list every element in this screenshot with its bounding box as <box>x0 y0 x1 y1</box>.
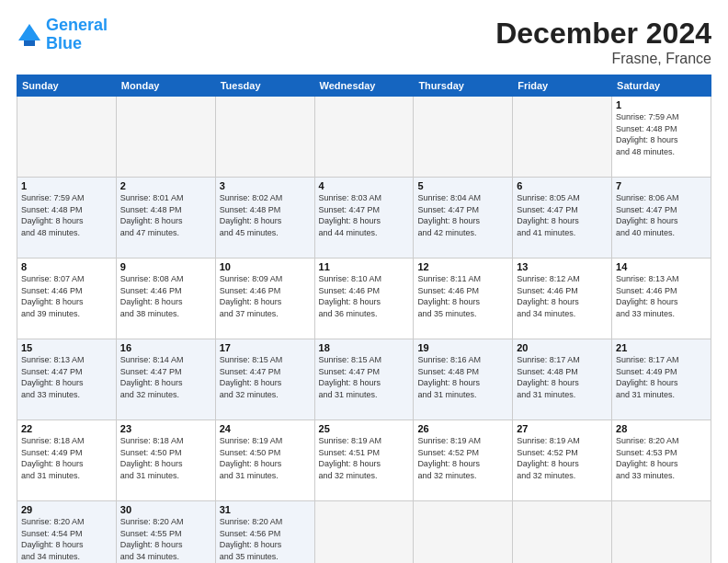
logo-icon <box>17 22 42 48</box>
day-number: 17 <box>220 342 311 353</box>
day-number: 3 <box>220 180 311 191</box>
svg-rect-1 <box>24 40 35 46</box>
logo-blue: Blue <box>46 34 82 52</box>
col-sunday: Sunday <box>17 75 117 97</box>
table-row: 14Sunrise: 8:13 AMSunset: 4:46 PMDayligh… <box>612 259 711 339</box>
table-row: 29Sunrise: 8:20 AMSunset: 4:54 PMDayligh… <box>17 501 117 564</box>
table-row: 11Sunrise: 8:10 AMSunset: 4:46 PMDayligh… <box>314 259 414 339</box>
day-info: Sunrise: 8:12 AMSunset: 4:46 PMDaylight:… <box>517 273 608 319</box>
day-info: Sunrise: 8:17 AMSunset: 4:49 PMDaylight:… <box>616 354 707 400</box>
day-number: 12 <box>417 261 508 272</box>
day-info: Sunrise: 8:19 AMSunset: 4:52 PMDaylight:… <box>517 435 608 481</box>
col-wednesday: Wednesday <box>314 75 414 97</box>
day-info: Sunrise: 8:03 AMSunset: 4:47 PMDaylight:… <box>319 192 410 238</box>
calendar-week-row: 1Sunrise: 7:59 AMSunset: 4:48 PMDaylight… <box>17 97 711 178</box>
table-row: 20Sunrise: 8:17 AMSunset: 4:48 PMDayligh… <box>513 339 612 420</box>
table-row <box>314 501 414 564</box>
day-number: 26 <box>417 423 508 434</box>
day-info: Sunrise: 8:05 AMSunset: 4:47 PMDaylight:… <box>517 192 608 238</box>
calendar-week-row: 15Sunrise: 8:13 AMSunset: 4:47 PMDayligh… <box>17 339 711 420</box>
col-monday: Monday <box>116 75 215 97</box>
day-info: Sunrise: 8:13 AMSunset: 4:47 PMDaylight:… <box>21 354 112 400</box>
page-title: December 2024 <box>495 17 711 51</box>
day-number: 18 <box>319 342 410 353</box>
day-number: 9 <box>120 261 211 272</box>
table-row: 28Sunrise: 8:20 AMSunset: 4:53 PMDayligh… <box>612 420 711 501</box>
day-info: Sunrise: 8:18 AMSunset: 4:50 PMDaylight:… <box>120 435 211 481</box>
day-number: 7 <box>616 180 707 191</box>
day-info: Sunrise: 8:06 AMSunset: 4:47 PMDaylight:… <box>616 192 707 238</box>
table-row: 26Sunrise: 8:19 AMSunset: 4:52 PMDayligh… <box>414 420 513 501</box>
page: General Blue December 2024 Frasne, Franc… <box>0 0 728 563</box>
day-info: Sunrise: 8:11 AMSunset: 4:46 PMDaylight:… <box>417 273 508 319</box>
logo: General Blue <box>17 17 108 53</box>
table-row <box>612 501 711 564</box>
calendar-table: Sunday Monday Tuesday Wednesday Thursday… <box>17 75 711 563</box>
day-number: 24 <box>220 423 311 434</box>
table-row: 2Sunrise: 8:01 AMSunset: 4:48 PMDaylight… <box>116 178 215 259</box>
day-info: Sunrise: 8:02 AMSunset: 4:48 PMDaylight:… <box>220 192 311 238</box>
day-number: 21 <box>616 342 707 353</box>
day-info: Sunrise: 8:15 AMSunset: 4:47 PMDaylight:… <box>319 354 410 400</box>
table-row: 6Sunrise: 8:05 AMSunset: 4:47 PMDaylight… <box>513 178 612 259</box>
day-info: Sunrise: 8:16 AMSunset: 4:48 PMDaylight:… <box>417 354 508 400</box>
col-saturday: Saturday <box>612 75 711 97</box>
table-row <box>17 97 117 178</box>
table-row: 30Sunrise: 8:20 AMSunset: 4:55 PMDayligh… <box>116 501 215 564</box>
table-row: 1Sunrise: 7:59 AMSunset: 4:48 PMDaylight… <box>612 97 711 178</box>
table-row: 17Sunrise: 8:15 AMSunset: 4:47 PMDayligh… <box>215 339 314 420</box>
table-row: 9Sunrise: 8:08 AMSunset: 4:46 PMDaylight… <box>116 259 215 339</box>
day-number: 1 <box>21 180 112 191</box>
svg-marker-0 <box>18 24 40 40</box>
day-number: 25 <box>319 423 410 434</box>
day-number: 13 <box>517 261 608 272</box>
day-info: Sunrise: 8:09 AMSunset: 4:46 PMDaylight:… <box>220 273 311 319</box>
table-row: 21Sunrise: 8:17 AMSunset: 4:49 PMDayligh… <box>612 339 711 420</box>
day-number: 30 <box>120 504 211 515</box>
table-row <box>215 97 314 178</box>
day-info: Sunrise: 8:17 AMSunset: 4:48 PMDaylight:… <box>517 354 608 400</box>
day-info: Sunrise: 8:19 AMSunset: 4:52 PMDaylight:… <box>417 435 508 481</box>
day-info: Sunrise: 8:20 AMSunset: 4:53 PMDaylight:… <box>616 435 707 481</box>
day-info: Sunrise: 8:20 AMSunset: 4:54 PMDaylight:… <box>21 516 112 562</box>
day-number: 27 <box>517 423 608 434</box>
table-row: 16Sunrise: 8:14 AMSunset: 4:47 PMDayligh… <box>116 339 215 420</box>
day-number: 14 <box>616 261 707 272</box>
day-number: 15 <box>21 342 112 353</box>
day-info: Sunrise: 8:08 AMSunset: 4:46 PMDaylight:… <box>120 273 211 319</box>
table-row: 3Sunrise: 8:02 AMSunset: 4:48 PMDaylight… <box>215 178 314 259</box>
page-subtitle: Frasne, France <box>495 51 711 67</box>
col-friday: Friday <box>513 75 612 97</box>
day-info: Sunrise: 8:14 AMSunset: 4:47 PMDaylight:… <box>120 354 211 400</box>
day-info: Sunrise: 8:07 AMSunset: 4:46 PMDaylight:… <box>21 273 112 319</box>
table-row: 22Sunrise: 8:18 AMSunset: 4:49 PMDayligh… <box>17 420 117 501</box>
table-row <box>513 97 612 178</box>
title-block: December 2024 Frasne, France <box>495 17 711 67</box>
day-number: 2 <box>120 180 211 191</box>
table-row: 13Sunrise: 8:12 AMSunset: 4:46 PMDayligh… <box>513 259 612 339</box>
day-number: 10 <box>220 261 311 272</box>
day-number: 16 <box>120 342 211 353</box>
day-number: 20 <box>517 342 608 353</box>
calendar-week-row: 29Sunrise: 8:20 AMSunset: 4:54 PMDayligh… <box>17 501 711 564</box>
day-number: 19 <box>417 342 508 353</box>
day-info: Sunrise: 8:04 AMSunset: 4:47 PMDaylight:… <box>417 192 508 238</box>
day-info: Sunrise: 8:01 AMSunset: 4:48 PMDaylight:… <box>120 192 211 238</box>
day-info: Sunrise: 8:15 AMSunset: 4:47 PMDaylight:… <box>220 354 311 400</box>
calendar-week-row: 8Sunrise: 8:07 AMSunset: 4:46 PMDaylight… <box>17 259 711 339</box>
table-row: 5Sunrise: 8:04 AMSunset: 4:47 PMDaylight… <box>414 178 513 259</box>
day-number: 22 <box>21 423 112 434</box>
logo-text: General Blue <box>46 17 108 53</box>
header: General Blue December 2024 Frasne, Franc… <box>17 17 711 67</box>
table-row: 7Sunrise: 8:06 AMSunset: 4:47 PMDaylight… <box>612 178 711 259</box>
day-number: 31 <box>220 504 311 515</box>
day-number: 5 <box>417 180 508 191</box>
day-info: Sunrise: 8:10 AMSunset: 4:46 PMDaylight:… <box>319 273 410 319</box>
calendar-week-row: 22Sunrise: 8:18 AMSunset: 4:49 PMDayligh… <box>17 420 711 501</box>
day-info: Sunrise: 7:59 AMSunset: 4:48 PMDaylight:… <box>616 111 707 157</box>
logo-general: General <box>46 16 108 34</box>
table-row <box>116 97 215 178</box>
day-number: 1 <box>616 99 707 110</box>
day-info: Sunrise: 8:13 AMSunset: 4:46 PMDaylight:… <box>616 273 707 319</box>
day-number: 29 <box>21 504 112 515</box>
